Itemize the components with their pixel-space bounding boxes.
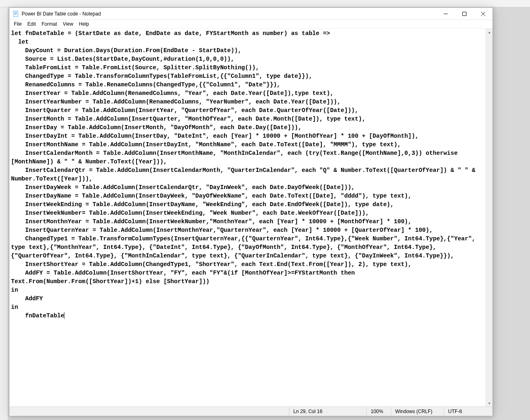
background-left-rail: [0, 7, 8, 420]
menu-edit[interactable]: Edit: [24, 20, 39, 28]
titlebar[interactable]: Power BI Date Table code - Notepad: [9, 8, 493, 20]
menu-help[interactable]: Help: [76, 20, 92, 28]
status-encoding: UTF-8: [444, 407, 493, 416]
status-line-ending: Windows (CRLF): [391, 407, 444, 416]
minimize-button[interactable]: [436, 8, 455, 20]
menu-view[interactable]: View: [60, 20, 76, 28]
maximize-button[interactable]: [455, 8, 474, 20]
editor-content: let fnDateTable = (StartDate as date, En…: [11, 30, 479, 319]
svg-rect-6: [463, 12, 466, 15]
menu-format[interactable]: Format: [39, 20, 60, 28]
background-ribbon: [0, 0, 530, 7]
statusbar: Ln 29, Col 16 100% Windows (CRLF) UTF-8: [9, 407, 493, 416]
menubar: File Edit Format View Help: [9, 20, 493, 29]
notepad-icon: [13, 11, 19, 17]
scroll-down-icon[interactable]: ▾: [486, 400, 493, 407]
scroll-up-icon[interactable]: ▴: [486, 29, 493, 35]
window-title: Power BI Date Table code - Notepad: [22, 11, 436, 17]
vertical-scrollbar[interactable]: ▴ ▾: [486, 29, 493, 407]
window-controls: [436, 8, 493, 20]
notepad-window: Power BI Date Table code - Notepad File …: [9, 7, 493, 416]
text-cursor: [64, 312, 64, 319]
status-cursor-position: Ln 29, Col 16: [289, 407, 366, 416]
menu-file[interactable]: File: [11, 20, 24, 28]
status-zoom: 100%: [366, 407, 391, 416]
close-button[interactable]: [474, 8, 493, 20]
text-editor[interactable]: let fnDateTable = (StartDate as date, En…: [9, 29, 485, 407]
editor-area: let fnDateTable = (StartDate as date, En…: [9, 29, 493, 407]
